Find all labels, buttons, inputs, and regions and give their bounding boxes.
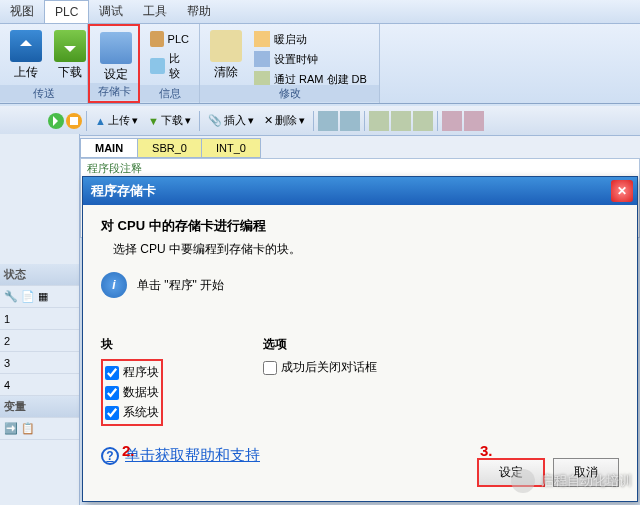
- clock-icon: [254, 51, 270, 67]
- menu-bar: 视图 PLC 调试 工具 帮助: [0, 0, 640, 24]
- tab-int0[interactable]: INT_0: [201, 138, 261, 158]
- tab-main[interactable]: MAIN: [80, 138, 138, 158]
- clear-icon: [210, 30, 242, 62]
- tb-download[interactable]: ▼下载▾: [144, 111, 195, 130]
- group-label-transfer: 传送: [0, 85, 87, 102]
- download-label: 下载: [58, 64, 82, 81]
- ribbon: 上传 下载 传送 设定 存储卡 PLC 比较 1. 信息 清除: [0, 24, 640, 104]
- row-1[interactable]: 1: [0, 308, 79, 330]
- group-label-memcard: 存储卡: [90, 83, 138, 100]
- checkbox-data-block[interactable]: 数据块: [105, 384, 159, 401]
- annotation-3: 3.: [480, 442, 493, 459]
- warmstart-icon: [254, 31, 270, 47]
- info-icon: i: [101, 272, 127, 298]
- vars-header: 变量: [0, 396, 79, 418]
- dialog-subtitle: 选择 CPU 中要编程到存储卡的块。: [101, 241, 619, 258]
- status-row-tools[interactable]: 🔧 📄 ▦: [0, 286, 79, 308]
- tb-upload[interactable]: ▲上传▾: [91, 111, 142, 130]
- clear-label: 清除: [214, 64, 238, 81]
- vars-row-tools[interactable]: ➡️ 📋: [0, 418, 79, 440]
- tb-icon-4[interactable]: [391, 111, 411, 131]
- dialog-program-memcard: 程序存储卡 ✕ 对 CPU 中的存储卡进行编程 选择 CPU 中要编程到存储卡的…: [82, 176, 638, 502]
- tb-icon-2[interactable]: [340, 111, 360, 131]
- compare-button[interactable]: 比较: [148, 50, 191, 82]
- checkbox-program-block[interactable]: 程序块: [105, 364, 159, 381]
- plc-icon: [150, 31, 164, 47]
- upload-icon: [10, 30, 42, 62]
- menu-help[interactable]: 帮助: [177, 0, 221, 24]
- status-header: 状态: [0, 264, 79, 286]
- tb-delete[interactable]: ✕删除▾: [260, 111, 309, 130]
- checkbox-close-on-success[interactable]: 成功后关闭对话框: [263, 359, 377, 376]
- section-blocks: 块 程序块 数据块 系统块: [101, 336, 163, 426]
- section-options: 选项 成功后关闭对话框: [263, 336, 377, 426]
- code-tabs: MAIN SBR_0 INT_0: [0, 136, 640, 158]
- toolbar-secondary: ▲上传▾ ▼下载▾ 📎插入▾ ✕删除▾: [0, 106, 640, 136]
- tb-icon-5[interactable]: [413, 111, 433, 131]
- plc-info-button[interactable]: PLC: [148, 30, 191, 48]
- set-icon: [100, 32, 132, 64]
- annotation-2: 2.: [122, 442, 135, 459]
- set-label: 设定: [104, 66, 128, 83]
- ribbon-group-modify: 清除 暖启动 设置时钟 通过 RAM 创建 DB 修改: [200, 24, 380, 103]
- group-label-info: 信息: [140, 85, 199, 102]
- options-heading: 选项: [263, 336, 377, 353]
- tb-icon-3[interactable]: [369, 111, 389, 131]
- dialog-info-text: 单击 "程序" 开始: [137, 277, 224, 294]
- help-icon: ?: [101, 447, 119, 465]
- tb-icon-6[interactable]: [442, 111, 462, 131]
- blocks-heading: 块: [101, 336, 163, 353]
- stop-button[interactable]: [66, 113, 82, 129]
- ribbon-group-memcard: 设定 存储卡: [88, 24, 140, 103]
- menu-view[interactable]: 视图: [0, 0, 44, 24]
- checkbox-system-block[interactable]: 系统块: [105, 404, 159, 421]
- left-panel: 状态 🔧 📄 ▦ 1 2 3 4 变量 ➡️ 📋: [0, 134, 80, 505]
- tab-sbr0[interactable]: SBR_0: [137, 138, 202, 158]
- menu-plc[interactable]: PLC: [44, 0, 89, 23]
- group-label-modify: 修改: [200, 85, 379, 102]
- dialog-info-row: i 单击 "程序" 开始: [101, 272, 619, 298]
- tb-icon-1[interactable]: [318, 111, 338, 131]
- row-3[interactable]: 3: [0, 352, 79, 374]
- row-2[interactable]: 2: [0, 330, 79, 352]
- dialog-close-button[interactable]: ✕: [611, 180, 633, 202]
- warmstart-button[interactable]: 暖启动: [252, 30, 369, 48]
- upload-label: 上传: [14, 64, 38, 81]
- dialog-heading: 对 CPU 中的存储卡进行编程: [101, 217, 619, 235]
- menu-tools[interactable]: 工具: [133, 0, 177, 24]
- compare-icon: [150, 58, 165, 74]
- setclock-button[interactable]: 设置时钟: [252, 50, 369, 68]
- ribbon-group-transfer: 上传 下载 传送: [0, 24, 88, 103]
- tb-icon-7[interactable]: [464, 111, 484, 131]
- row-4[interactable]: 4: [0, 374, 79, 396]
- watermark: 启程自动化培训: [511, 469, 632, 493]
- watermark-icon: [511, 469, 535, 493]
- run-button[interactable]: [48, 113, 64, 129]
- download-icon: [54, 30, 86, 62]
- dialog-title: 程序存储卡: [83, 177, 637, 205]
- tb-insert[interactable]: 📎插入▾: [204, 111, 258, 130]
- ribbon-group-info: PLC 比较 1. 信息: [140, 24, 200, 103]
- menu-debug[interactable]: 调试: [89, 0, 133, 24]
